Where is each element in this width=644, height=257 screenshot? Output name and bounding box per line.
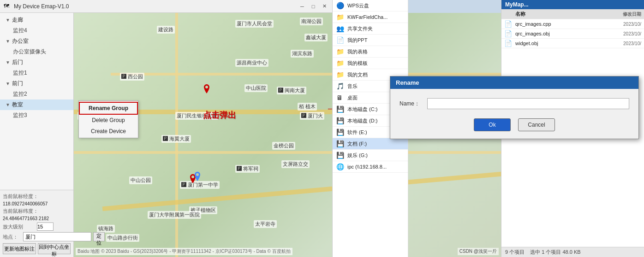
rename-group-item[interactable]: Rename Group bbox=[79, 102, 138, 115]
map-label-huhang: 湖滨东路 bbox=[291, 50, 314, 58]
tree-item-corridor[interactable]: ▼走廊 bbox=[0, 15, 73, 25]
lng-value: 24.48464771663 2182 bbox=[3, 216, 49, 221]
lf-label: 娱乐 (G:) bbox=[347, 152, 368, 159]
file-list-header: 名称修改日期 bbox=[501, 9, 644, 19]
name-input[interactable] bbox=[427, 98, 629, 109]
tree-arrow: ▼ bbox=[6, 102, 10, 107]
tree-item-label: 监控4 bbox=[13, 27, 27, 35]
zoom-input[interactable] bbox=[37, 222, 54, 231]
lf-icon: 👥 bbox=[336, 25, 345, 32]
tree-item-backDoor[interactable]: ▼后门 bbox=[0, 57, 73, 68]
lf-label: WPS云盘 bbox=[347, 2, 369, 9]
file-icon: 📄 bbox=[504, 30, 513, 37]
lf-label: 本地磁盘 (D:) bbox=[347, 117, 377, 124]
selected-info: 选中 1 个项目 48.0 KB bbox=[530, 249, 580, 256]
pin-1 bbox=[203, 84, 210, 93]
bottom-panel: 当前鼠标经度： 118.09272440066057 当前鼠标纬度： 24.48… bbox=[0, 190, 73, 257]
lf-icon: 📁 bbox=[336, 48, 345, 55]
lf-icon: 💾 bbox=[336, 105, 345, 113]
file-name: widget.obj bbox=[515, 41, 606, 46]
lf-icon: 🖥 bbox=[336, 94, 345, 101]
lf-icon: 📁 bbox=[336, 13, 345, 21]
tree-item-label: 走廊 bbox=[12, 16, 23, 24]
lf-icon: 🌐 bbox=[336, 163, 345, 170]
cancel-button[interactable]: Cancel bbox=[518, 118, 555, 131]
tree-item-monitor2[interactable]: 监控2 bbox=[0, 89, 73, 99]
tree-arrow: ▼ bbox=[6, 18, 10, 23]
file-date: 2023/10/ bbox=[609, 22, 641, 27]
tree-item-label: 监控1 bbox=[13, 69, 27, 77]
create-device-item[interactable]: Create Device bbox=[79, 126, 138, 137]
map-label-huoVe: 🅿 厦门火 bbox=[300, 112, 324, 120]
lf-label: 本地磁盘 (C:) bbox=[347, 106, 377, 113]
branding: CSDN @浅笑一斤 bbox=[458, 248, 499, 255]
lf-icon: 💾 bbox=[336, 128, 345, 136]
locate-button[interactable]: 定位 bbox=[93, 232, 105, 241]
lf-item-driveF[interactable]: 💾文档 (F:) bbox=[333, 138, 408, 150]
app-icon: 🗺 bbox=[4, 3, 11, 10]
zoom-label: 放大级别 bbox=[3, 223, 35, 230]
map-label-zhongshan-road: 中山路步行街 bbox=[106, 234, 139, 242]
delete-group-item[interactable]: Delete Group bbox=[79, 115, 138, 126]
tree-item-officeCam[interactable]: 办公室摄像头 bbox=[0, 47, 73, 57]
center-button[interactable]: 回到中心点坐标 bbox=[38, 243, 71, 254]
file-row[interactable]: 📄qrc_images.cpp2023/10/ bbox=[501, 19, 644, 29]
lf-item-ppt[interactable]: 📄我的PPT bbox=[333, 35, 408, 46]
file-row[interactable]: 📄widget.obj2023/10/ bbox=[501, 39, 644, 48]
map-label-yizhong: 🅿 厦门第一中学 bbox=[180, 181, 220, 189]
name-field: Name： bbox=[400, 98, 629, 109]
location-label: 地点： bbox=[3, 234, 21, 240]
status-bar: 9 个项目 选中 1 个项目 48.0 KB bbox=[501, 247, 644, 257]
maximize-button[interactable]: □ bbox=[309, 2, 317, 11]
map-label-zhongshan: 中山医院 bbox=[244, 84, 268, 92]
tree-item-label: 办公室摄像头 bbox=[13, 48, 46, 56]
tree-item-frontDoor[interactable]: ▼前门 bbox=[0, 78, 73, 89]
tree-item-label: 监控3 bbox=[13, 111, 27, 119]
title-bar: 🗺 My Device Emap-V1.0 ─ □ ✕ bbox=[0, 0, 332, 13]
tree-arrow: ▼ bbox=[6, 81, 10, 86]
map-label-hall: 厦门市人民会堂 bbox=[235, 20, 274, 28]
tree-item-monitor4[interactable]: 监控4 bbox=[0, 25, 73, 36]
dialog-buttons: Ok Cancel bbox=[400, 118, 629, 131]
lat-value: 118.09272440066057 bbox=[3, 201, 48, 206]
rename-dialog: Rename Name： Ok Cancel bbox=[390, 76, 639, 139]
lf-label: 共享文件夹 bbox=[347, 25, 373, 32]
lf-icon: 💾 bbox=[336, 152, 345, 159]
lf-label: ipc (\\192.168.8... bbox=[347, 164, 387, 169]
lng-label: 当前鼠标纬度： bbox=[3, 208, 38, 215]
map-label-zhimen: 栢 植木 bbox=[298, 103, 317, 111]
close-button[interactable]: ✕ bbox=[320, 2, 328, 11]
lf-label: 我的文档 bbox=[347, 71, 368, 78]
tree-item-label: 后门 bbox=[12, 58, 23, 66]
lf-icon: 📁 bbox=[336, 71, 345, 78]
map-label-jianshe: 建设路 bbox=[157, 26, 175, 34]
lf-label: KWFarFieldCha... bbox=[347, 14, 388, 20]
lat-label: 当前鼠标经度： bbox=[3, 193, 38, 200]
map-label-jinbang: 金榜公园 bbox=[272, 142, 295, 150]
tree-item-office[interactable]: ▼办公室 bbox=[0, 36, 73, 47]
map-label-wuping: 文屏路立交 bbox=[281, 160, 310, 168]
tree-item-classroom[interactable]: ▼教室 bbox=[0, 99, 73, 110]
lf-item-wps[interactable]: 🔵WPS云盘 bbox=[333, 0, 408, 12]
ok-button[interactable]: Ok bbox=[474, 118, 511, 131]
update-map-button[interactable]: 更新地图标注 bbox=[3, 243, 36, 254]
tree-item-label: 办公室 bbox=[12, 37, 29, 45]
tree-item-monitor3[interactable]: 监控3 bbox=[0, 110, 73, 121]
file-row[interactable]: 📄qrc_images.obj2023/10/ bbox=[501, 29, 644, 39]
lf-item-share[interactable]: 👥共享文件夹 bbox=[333, 23, 408, 35]
left-panel: ▼走廊监控4▼办公室办公室摄像头▼后门监控1▼前门监控2▼教室监控3 当前鼠标经… bbox=[0, 13, 74, 257]
lf-item-template[interactable]: 📁我的模板 bbox=[333, 58, 408, 69]
lf-item-network[interactable]: 🌐ipc (\\192.168.8... bbox=[333, 161, 408, 173]
lf-item-kw[interactable]: 📁KWFarFieldCha... bbox=[333, 12, 408, 23]
tree-item-label: 前门 bbox=[12, 80, 23, 88]
map-label-jiannan: 🅿 闽南大厦 bbox=[277, 87, 306, 94]
minimize-button[interactable]: ─ bbox=[298, 2, 306, 11]
lf-icon: 🎵 bbox=[336, 82, 345, 90]
location-input[interactable] bbox=[23, 232, 91, 241]
lf-item-table[interactable]: 📁我的表格 bbox=[333, 46, 408, 58]
map-label-jiangjun: 🅿 将军祠 bbox=[235, 165, 260, 173]
lf-icon: 💾 bbox=[336, 140, 345, 147]
lf-item-driveG[interactable]: 💾娱乐 (G:) bbox=[333, 150, 408, 161]
tree-item-monitor1[interactable]: 监控1 bbox=[0, 68, 73, 78]
name-label: Name： bbox=[400, 100, 423, 108]
